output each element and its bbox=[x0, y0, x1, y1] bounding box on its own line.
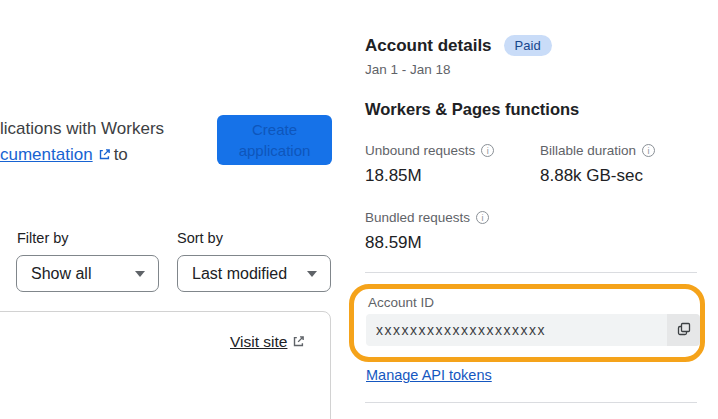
divider bbox=[365, 272, 697, 273]
stat-unbound-requests: Unbound requests 18.85M bbox=[365, 143, 494, 186]
account-id-label: Account ID bbox=[368, 295, 434, 310]
stat-label: Bundled requests bbox=[365, 210, 489, 225]
divider bbox=[365, 402, 697, 403]
create-application-label-line1: Create bbox=[252, 119, 297, 140]
stat-value: 8.88k GB-sec bbox=[540, 166, 655, 186]
external-link-icon bbox=[292, 334, 305, 352]
copy-button[interactable] bbox=[667, 314, 700, 346]
intro-line-2: cumentationto bbox=[0, 142, 164, 169]
info-icon[interactable] bbox=[476, 211, 489, 224]
info-icon[interactable] bbox=[481, 144, 494, 157]
date-range: Jan 1 - Jan 18 bbox=[365, 62, 451, 77]
manage-api-tokens-link[interactable]: Manage API tokens bbox=[366, 367, 492, 383]
stat-label-text: Unbound requests bbox=[365, 143, 475, 158]
stat-label: Unbound requests bbox=[365, 143, 494, 158]
intro-line-1: lications with Workers bbox=[0, 116, 164, 142]
stat-billable-duration: Billable duration 8.88k GB-sec bbox=[540, 143, 655, 186]
stat-bundled-requests: Bundled requests 88.59M bbox=[365, 210, 489, 253]
workers-pages-functions-title: Workers & Pages functions bbox=[365, 100, 579, 119]
stat-label: Billable duration bbox=[540, 143, 655, 158]
filter-dropdown-value: Show all bbox=[31, 265, 91, 283]
create-application-label-line2: application bbox=[239, 140, 311, 161]
documentation-link[interactable]: cumentation bbox=[0, 145, 93, 164]
sort-dropdown[interactable]: Last modified bbox=[177, 255, 331, 292]
stat-value: 18.85M bbox=[365, 166, 494, 186]
account-details-title: Account details bbox=[365, 36, 492, 56]
chevron-down-icon bbox=[307, 271, 317, 277]
chevron-down-icon bbox=[135, 271, 145, 277]
external-link-icon bbox=[98, 143, 111, 169]
sort-dropdown-value: Last modified bbox=[192, 265, 287, 283]
create-application-button[interactable]: Create application bbox=[217, 115, 332, 165]
visit-site-link[interactable]: Visit site bbox=[230, 333, 308, 352]
paid-badge: Paid bbox=[504, 35, 552, 56]
info-icon[interactable] bbox=[642, 144, 655, 157]
account-id-field-group bbox=[366, 314, 700, 346]
sort-by-label: Sort by bbox=[177, 230, 223, 246]
filter-dropdown[interactable]: Show all bbox=[16, 255, 159, 292]
intro-text: lications with Workers cumentationto bbox=[0, 116, 164, 169]
stat-value: 88.59M bbox=[365, 233, 489, 253]
filter-by-label: Filter by bbox=[17, 230, 69, 246]
stat-label-text: Billable duration bbox=[540, 143, 636, 158]
account-details-header: Account details Paid bbox=[365, 35, 552, 56]
visit-site-label: Visit site bbox=[230, 333, 287, 350]
copy-icon bbox=[676, 321, 692, 340]
stat-label-text: Bundled requests bbox=[365, 210, 470, 225]
project-card bbox=[0, 311, 331, 419]
account-id-input[interactable] bbox=[366, 314, 667, 346]
intro-suffix: to bbox=[114, 145, 128, 164]
